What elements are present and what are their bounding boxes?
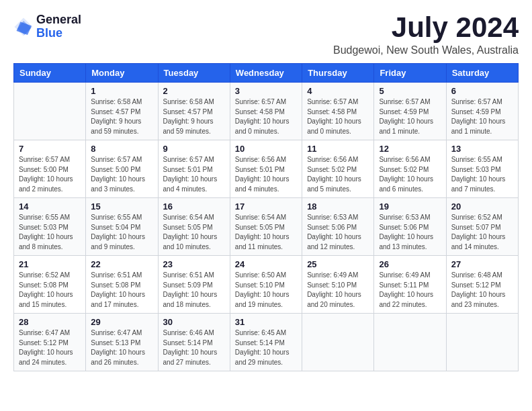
calendar-table: SundayMondayTuesdayWednesdayThursdayFrid… <box>13 63 519 371</box>
logo-text: General Blue <box>36 13 81 40</box>
day-number: 12 <box>379 144 441 154</box>
day-number: 28 <box>19 317 81 327</box>
day-number: 27 <box>451 259 513 269</box>
calendar-cell: 8Sunrise: 6:57 AM Sunset: 5:00 PM Daylig… <box>86 140 158 198</box>
calendar-body: 1Sunrise: 6:58 AM Sunset: 4:57 PM Daylig… <box>14 83 519 371</box>
header-row: SundayMondayTuesdayWednesdayThursdayFrid… <box>14 64 519 83</box>
calendar-cell: 26Sunrise: 6:49 AM Sunset: 5:11 PM Dayli… <box>374 256 446 314</box>
day-info: Sunrise: 6:49 AM Sunset: 5:10 PM Dayligh… <box>307 271 369 310</box>
calendar-cell: 23Sunrise: 6:51 AM Sunset: 5:09 PM Dayli… <box>158 256 230 314</box>
calendar-cell <box>14 83 86 140</box>
day-info: Sunrise: 6:45 AM Sunset: 5:14 PM Dayligh… <box>235 328 297 367</box>
day-number: 30 <box>163 317 225 327</box>
week-row-5: 28Sunrise: 6:47 AM Sunset: 5:12 PM Dayli… <box>14 314 519 371</box>
day-info: Sunrise: 6:46 AM Sunset: 5:14 PM Dayligh… <box>163 328 225 367</box>
day-number: 5 <box>379 86 441 96</box>
day-number: 17 <box>235 201 297 212</box>
day-info: Sunrise: 6:55 AM Sunset: 5:03 PM Dayligh… <box>19 213 81 252</box>
day-number: 31 <box>235 317 297 327</box>
calendar-cell: 3Sunrise: 6:57 AM Sunset: 4:58 PM Daylig… <box>230 83 302 140</box>
week-row-1: 1Sunrise: 6:58 AM Sunset: 4:57 PM Daylig… <box>14 83 519 140</box>
calendar-cell <box>446 314 518 371</box>
day-number: 18 <box>307 201 369 212</box>
calendar-cell: 6Sunrise: 6:57 AM Sunset: 4:59 PM Daylig… <box>446 83 518 140</box>
calendar-cell: 12Sunrise: 6:56 AM Sunset: 5:02 PM Dayli… <box>374 140 446 198</box>
calendar-cell: 4Sunrise: 6:57 AM Sunset: 4:58 PM Daylig… <box>302 83 374 140</box>
day-info: Sunrise: 6:57 AM Sunset: 4:59 PM Dayligh… <box>379 97 441 136</box>
day-info: Sunrise: 6:50 AM Sunset: 5:10 PM Dayligh… <box>235 271 297 310</box>
day-info: Sunrise: 6:57 AM Sunset: 5:00 PM Dayligh… <box>91 155 152 194</box>
logo-general: General <box>36 13 81 27</box>
day-number: 29 <box>91 317 152 327</box>
logo-blue: Blue <box>36 27 81 40</box>
calendar-cell: 17Sunrise: 6:54 AM Sunset: 5:05 PM Dayli… <box>230 198 302 256</box>
day-info: Sunrise: 6:57 AM Sunset: 5:01 PM Dayligh… <box>163 155 225 194</box>
week-row-2: 7Sunrise: 6:57 AM Sunset: 5:00 PM Daylig… <box>14 140 519 198</box>
calendar-cell: 10Sunrise: 6:56 AM Sunset: 5:01 PM Dayli… <box>230 140 302 198</box>
logo-icon <box>13 17 34 37</box>
calendar-cell <box>374 314 446 371</box>
day-info: Sunrise: 6:56 AM Sunset: 5:02 PM Dayligh… <box>379 155 441 194</box>
day-number: 9 <box>163 144 225 154</box>
day-number: 16 <box>163 201 225 212</box>
calendar-cell: 16Sunrise: 6:54 AM Sunset: 5:05 PM Dayli… <box>158 198 230 256</box>
day-info: Sunrise: 6:52 AM Sunset: 5:07 PM Dayligh… <box>451 213 513 252</box>
day-number: 19 <box>379 201 441 212</box>
header-wednesday: Wednesday <box>230 64 302 83</box>
calendar-cell: 7Sunrise: 6:57 AM Sunset: 5:00 PM Daylig… <box>14 140 86 198</box>
header-sunday: Sunday <box>14 64 86 83</box>
day-number: 23 <box>163 259 225 269</box>
calendar-cell: 2Sunrise: 6:58 AM Sunset: 4:57 PM Daylig… <box>158 83 230 140</box>
header-saturday: Saturday <box>446 64 518 83</box>
calendar-cell: 28Sunrise: 6:47 AM Sunset: 5:12 PM Dayli… <box>14 314 86 371</box>
logo: General Blue <box>13 13 81 40</box>
day-number: 10 <box>235 144 297 154</box>
week-row-3: 14Sunrise: 6:55 AM Sunset: 5:03 PM Dayli… <box>14 198 519 256</box>
day-number: 22 <box>91 259 152 269</box>
calendar-cell: 31Sunrise: 6:45 AM Sunset: 5:14 PM Dayli… <box>230 314 302 371</box>
day-number: 11 <box>307 144 369 154</box>
calendar-cell: 13Sunrise: 6:55 AM Sunset: 5:03 PM Dayli… <box>446 140 518 198</box>
title-section: July 2024 Budgewoi, New South Wales, Aus… <box>333 13 519 56</box>
day-info: Sunrise: 6:57 AM Sunset: 4:58 PM Dayligh… <box>235 97 297 136</box>
header-monday: Monday <box>86 64 158 83</box>
day-info: Sunrise: 6:47 AM Sunset: 5:12 PM Dayligh… <box>19 328 81 367</box>
day-info: Sunrise: 6:48 AM Sunset: 5:12 PM Dayligh… <box>451 271 513 310</box>
calendar-cell: 25Sunrise: 6:49 AM Sunset: 5:10 PM Dayli… <box>302 256 374 314</box>
day-info: Sunrise: 6:51 AM Sunset: 5:09 PM Dayligh… <box>163 271 225 310</box>
day-info: Sunrise: 6:54 AM Sunset: 5:05 PM Dayligh… <box>163 213 225 252</box>
day-number: 2 <box>163 86 225 96</box>
day-info: Sunrise: 6:53 AM Sunset: 5:06 PM Dayligh… <box>307 213 369 252</box>
day-number: 6 <box>451 86 513 96</box>
header-tuesday: Tuesday <box>158 64 230 83</box>
day-number: 7 <box>19 144 81 154</box>
day-info: Sunrise: 6:57 AM Sunset: 5:00 PM Dayligh… <box>19 155 81 194</box>
calendar-cell: 15Sunrise: 6:55 AM Sunset: 5:04 PM Dayli… <box>86 198 158 256</box>
day-info: Sunrise: 6:52 AM Sunset: 5:08 PM Dayligh… <box>19 271 81 310</box>
day-info: Sunrise: 6:51 AM Sunset: 5:08 PM Dayligh… <box>91 271 152 310</box>
calendar-cell: 9Sunrise: 6:57 AM Sunset: 5:01 PM Daylig… <box>158 140 230 198</box>
day-info: Sunrise: 6:58 AM Sunset: 4:57 PM Dayligh… <box>163 97 225 136</box>
day-number: 20 <box>451 201 513 212</box>
calendar-cell: 11Sunrise: 6:56 AM Sunset: 5:02 PM Dayli… <box>302 140 374 198</box>
day-number: 14 <box>19 201 81 212</box>
calendar-header: SundayMondayTuesdayWednesdayThursdayFrid… <box>14 64 519 83</box>
location: Budgewoi, New South Wales, Australia <box>333 44 519 56</box>
day-number: 4 <box>307 86 369 96</box>
day-number: 8 <box>91 144 152 154</box>
calendar-cell: 24Sunrise: 6:50 AM Sunset: 5:10 PM Dayli… <box>230 256 302 314</box>
calendar-cell: 18Sunrise: 6:53 AM Sunset: 5:06 PM Dayli… <box>302 198 374 256</box>
day-info: Sunrise: 6:49 AM Sunset: 5:11 PM Dayligh… <box>379 271 441 310</box>
calendar-cell: 22Sunrise: 6:51 AM Sunset: 5:08 PM Dayli… <box>86 256 158 314</box>
calendar-cell: 19Sunrise: 6:53 AM Sunset: 5:06 PM Dayli… <box>374 198 446 256</box>
calendar-cell <box>302 314 374 371</box>
day-info: Sunrise: 6:55 AM Sunset: 5:04 PM Dayligh… <box>91 213 152 252</box>
calendar-cell: 20Sunrise: 6:52 AM Sunset: 5:07 PM Dayli… <box>446 198 518 256</box>
day-number: 1 <box>91 86 152 96</box>
header-thursday: Thursday <box>302 64 374 83</box>
day-number: 15 <box>91 201 152 212</box>
calendar-cell: 27Sunrise: 6:48 AM Sunset: 5:12 PM Dayli… <box>446 256 518 314</box>
day-number: 13 <box>451 144 513 154</box>
day-info: Sunrise: 6:53 AM Sunset: 5:06 PM Dayligh… <box>379 213 441 252</box>
calendar-cell: 14Sunrise: 6:55 AM Sunset: 5:03 PM Dayli… <box>14 198 86 256</box>
